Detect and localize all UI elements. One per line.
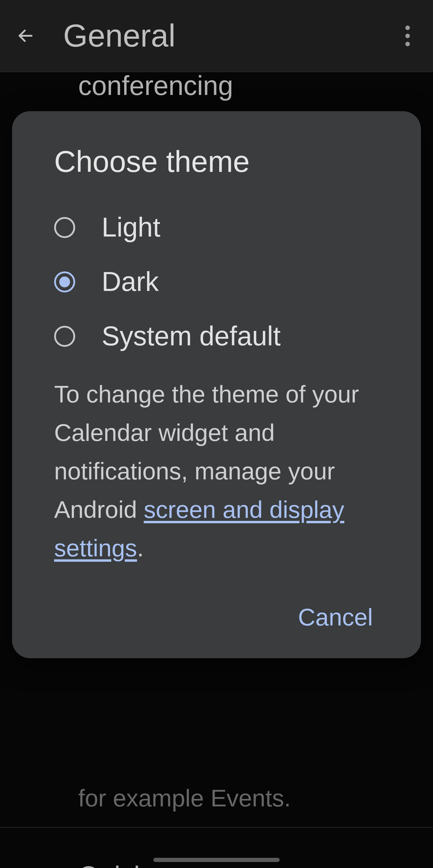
radio-icon bbox=[54, 326, 75, 347]
radio-label: System default bbox=[102, 321, 281, 352]
overflow-menu-icon[interactable] bbox=[394, 22, 421, 49]
radio-label: Dark bbox=[102, 266, 159, 297]
theme-option-system-default[interactable]: System default bbox=[54, 321, 379, 352]
dialog-title: Choose theme bbox=[54, 144, 379, 179]
appbar: General bbox=[0, 0, 433, 72]
theme-option-light[interactable]: Light bbox=[54, 212, 379, 243]
choose-theme-dialog: Choose theme Light Dark System default T… bbox=[12, 111, 421, 658]
dialog-description: To change the theme of your Calendar wid… bbox=[54, 375, 379, 567]
cancel-button[interactable]: Cancel bbox=[292, 597, 379, 637]
settings-screen: General conferencing for example Events.… bbox=[0, 0, 433, 868]
back-icon[interactable] bbox=[12, 22, 39, 49]
radio-icon bbox=[54, 217, 75, 238]
dialog-description-post: . bbox=[137, 535, 144, 561]
radio-label: Light bbox=[102, 212, 160, 243]
gesture-nav-bar[interactable] bbox=[153, 858, 280, 862]
theme-option-dark[interactable]: Dark bbox=[54, 266, 379, 297]
radio-icon-selected bbox=[54, 271, 75, 292]
dialog-actions: Cancel bbox=[54, 586, 379, 637]
page-title: General bbox=[63, 18, 394, 54]
